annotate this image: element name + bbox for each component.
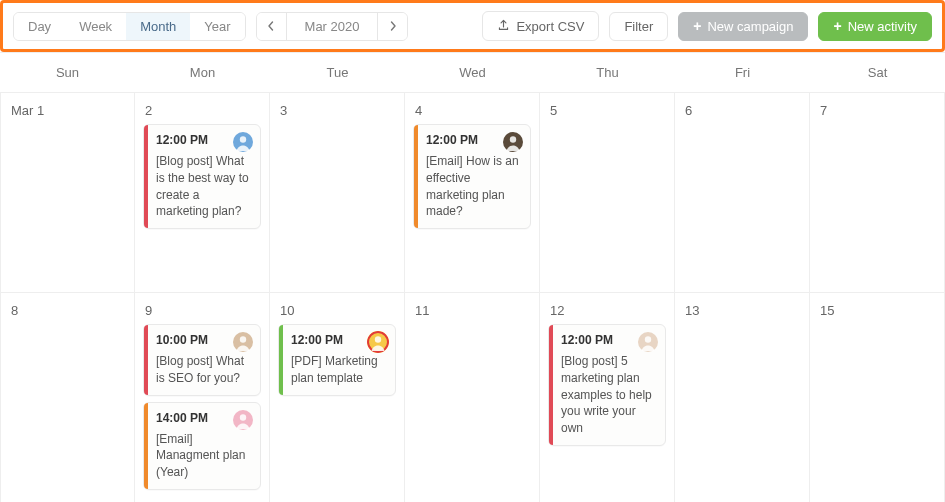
day-number: 15 (820, 303, 938, 318)
day-number: Mar 1 (11, 103, 128, 118)
dow-label: Thu (540, 53, 675, 93)
day-number: 6 (685, 103, 803, 118)
calendar-cell[interactable]: 910:00 PM[Blog post] What is SEO for you… (135, 293, 270, 502)
calendar-cell[interactable]: 1012:00 PM[PDF] Marketing plan template (270, 293, 405, 502)
svg-point-11 (645, 336, 651, 342)
calendar-cell[interactable]: 5 (540, 93, 675, 293)
day-number: 10 (280, 303, 398, 318)
event-title: [Blog post] 5 marketing plan examples to… (561, 353, 657, 437)
event-card[interactable]: 12:00 PM[Blog post] What is the best way… (143, 124, 261, 229)
day-number: 11 (415, 303, 533, 318)
dow-label: Tue (270, 53, 405, 93)
calendar-cell[interactable]: 3 (270, 93, 405, 293)
event-card[interactable]: 12:00 PM[Blog post] 5 marketing plan exa… (548, 324, 666, 446)
new-campaign-button[interactable]: + New campaign (678, 12, 808, 41)
calendar-cell[interactable]: 7 (810, 93, 945, 293)
calendar-cell[interactable]: 1212:00 PM[Blog post] 5 marketing plan e… (540, 293, 675, 502)
event-card[interactable]: 12:00 PM[Email] How is an effective mark… (413, 124, 531, 229)
new-activity-button[interactable]: + New activity (818, 12, 932, 41)
month-switcher: Mar 2020 (256, 12, 409, 41)
day-number: 3 (280, 103, 398, 118)
new-activity-label: New activity (848, 19, 917, 34)
avatar (367, 331, 389, 353)
event-card[interactable]: 12:00 PM[PDF] Marketing plan template (278, 324, 396, 396)
calendar-cell[interactable]: 13 (675, 293, 810, 502)
dow-label: Fri (675, 53, 810, 93)
calendar-cell[interactable]: 15 (810, 293, 945, 502)
day-number: 12 (550, 303, 668, 318)
filter-button[interactable]: Filter (609, 12, 668, 41)
view-month[interactable]: Month (126, 13, 190, 40)
svg-point-3 (510, 136, 516, 142)
day-number: 2 (145, 103, 263, 118)
avatar (502, 131, 524, 153)
event-title: [Blog post] What is the best way to crea… (156, 153, 252, 220)
new-campaign-label: New campaign (707, 19, 793, 34)
month-label: Mar 2020 (287, 13, 378, 40)
upload-icon (497, 18, 510, 34)
event-title: [Email] How is an effective marketing pl… (426, 153, 522, 220)
dow-label: Sun (0, 53, 135, 93)
export-csv-label: Export CSV (516, 19, 584, 34)
chevron-right-icon (388, 19, 398, 34)
chevron-left-icon (266, 19, 276, 34)
svg-point-9 (375, 336, 381, 342)
calendar-cell[interactable]: 412:00 PM[Email] How is an effective mar… (405, 93, 540, 293)
calendar-cell[interactable]: 8 (0, 293, 135, 502)
day-number: 4 (415, 103, 533, 118)
event-card[interactable]: 10:00 PM[Blog post] What is SEO for you? (143, 324, 261, 396)
calendar-cell[interactable]: Mar 1 (0, 93, 135, 293)
view-year[interactable]: Year (190, 13, 244, 40)
svg-point-1 (240, 136, 246, 142)
event-title: [Blog post] What is SEO for you? (156, 353, 252, 387)
view-week[interactable]: Week (65, 13, 126, 40)
day-number: 9 (145, 303, 263, 318)
event-title: [Email] Managment plan (Year) (156, 431, 252, 481)
calendar-grid: Mar 1212:00 PM[Blog post] What is the be… (0, 93, 945, 502)
dow-label: Sat (810, 53, 945, 93)
calendar-cell[interactable]: 11 (405, 293, 540, 502)
filter-label: Filter (624, 19, 653, 34)
day-number: 8 (11, 303, 128, 318)
day-number: 5 (550, 103, 668, 118)
avatar (232, 331, 254, 353)
calendar-cell[interactable]: 6 (675, 93, 810, 293)
toolbar: Day Week Month Year Mar 2020 Export CSV … (0, 0, 945, 52)
plus-icon: + (833, 19, 841, 33)
day-number: 7 (820, 103, 938, 118)
export-csv-button[interactable]: Export CSV (482, 11, 599, 41)
avatar (232, 409, 254, 431)
view-segmented: Day Week Month Year (13, 12, 246, 41)
day-number: 13 (685, 303, 803, 318)
prev-month-button[interactable] (257, 13, 287, 40)
calendar-cell[interactable]: 212:00 PM[Blog post] What is the best wa… (135, 93, 270, 293)
svg-point-5 (240, 336, 246, 342)
plus-icon: + (693, 19, 701, 33)
dow-label: Wed (405, 53, 540, 93)
avatar (232, 131, 254, 153)
avatar (637, 331, 659, 353)
dow-label: Mon (135, 53, 270, 93)
svg-point-7 (240, 414, 246, 420)
event-card[interactable]: 14:00 PM[Email] Managment plan (Year) (143, 402, 261, 490)
event-title: [PDF] Marketing plan template (291, 353, 387, 387)
next-month-button[interactable] (377, 13, 407, 40)
view-day[interactable]: Day (14, 13, 65, 40)
day-of-week-header: Sun Mon Tue Wed Thu Fri Sat (0, 52, 945, 93)
